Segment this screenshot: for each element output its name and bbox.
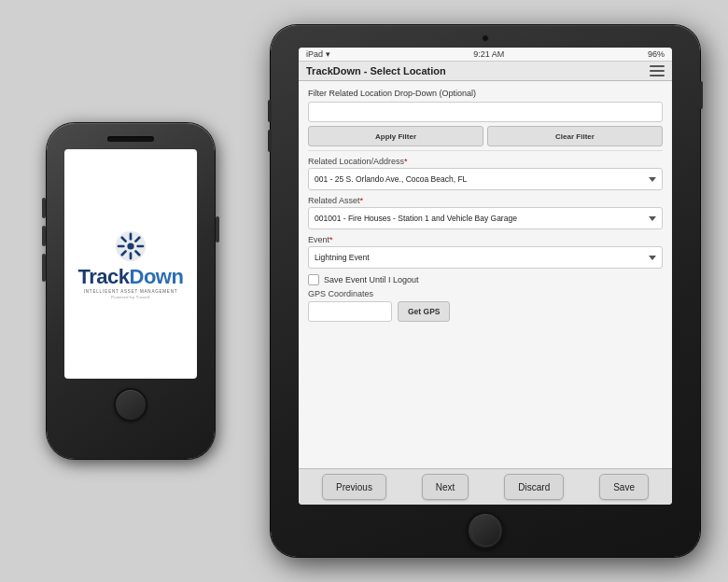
location-chevron-icon bbox=[649, 177, 656, 182]
svg-rect-2 bbox=[130, 232, 133, 240]
ipad-content-area: Filter Related Location Drop-Down (Optio… bbox=[299, 81, 672, 468]
phone-vol-mute bbox=[42, 198, 46, 218]
next-button[interactable]: Next bbox=[422, 474, 469, 500]
phone-vol-down bbox=[42, 254, 46, 282]
event-value: Lightning Event bbox=[315, 253, 370, 262]
gps-label: GPS Coordinates bbox=[308, 289, 663, 298]
filter-input-row bbox=[308, 102, 663, 122]
logo-tagline1: INTELLIGENT ASSET MANAGEMENT bbox=[84, 289, 178, 294]
ipad-status-bar: iPad ▾ 9:21 AM 96% bbox=[299, 48, 672, 62]
menu-line-3 bbox=[650, 75, 665, 76]
logo-tagline2: Powered by Tracelt bbox=[111, 295, 149, 299]
nav-title: TrackDown - Select Location bbox=[306, 65, 446, 76]
previous-button[interactable]: Previous bbox=[322, 474, 386, 500]
location-select[interactable]: 001 - 25 S. Orlando Ave., Cocoa Beach, F… bbox=[308, 168, 663, 190]
tablet-camera bbox=[482, 35, 489, 42]
phone-screen: TrackDown INTELLIGENT ASSET MANAGEMENT P… bbox=[64, 149, 197, 379]
filter-buttons-row: Apply Filter Clear Filter bbox=[308, 126, 663, 146]
ipad-nav-bar: TrackDown - Select Location bbox=[299, 62, 672, 81]
status-battery: 96% bbox=[648, 49, 665, 59]
tablet-home-inner bbox=[471, 517, 501, 547]
filter-text-input[interactable] bbox=[308, 102, 663, 122]
save-button[interactable]: Save bbox=[599, 474, 649, 500]
svg-rect-5 bbox=[136, 244, 144, 247]
filter-section-label: Filter Related Location Drop-Down (Optio… bbox=[308, 89, 663, 98]
phone-body: TrackDown INTELLIGENT ASSET MANAGEMENT P… bbox=[47, 123, 215, 459]
trackdown-logo: TrackDown INTELLIGENT ASSET MANAGEMENT P… bbox=[78, 229, 184, 299]
save-event-label: Save Event Until I Logout bbox=[324, 275, 419, 284]
trackdown-logo-icon bbox=[114, 229, 147, 263]
phone-power-button bbox=[216, 216, 219, 242]
event-chevron-icon bbox=[649, 256, 656, 260]
svg-rect-4 bbox=[118, 244, 125, 247]
logo-track: Track bbox=[78, 265, 130, 288]
discard-button[interactable]: Discard bbox=[504, 474, 564, 500]
get-gps-button[interactable]: Get GPS bbox=[398, 301, 450, 322]
save-event-checkbox[interactable] bbox=[308, 274, 319, 285]
tablet-device: iPad ▾ 9:21 AM 96% TrackDown - Select Lo… bbox=[271, 25, 700, 557]
tablet-screen: iPad ▾ 9:21 AM 96% TrackDown - Select Lo… bbox=[299, 48, 672, 505]
save-event-row: Save Event Until I Logout bbox=[308, 274, 663, 285]
phone-home-button[interactable] bbox=[114, 388, 147, 422]
event-field-label: Event* bbox=[308, 235, 663, 244]
phone-device: TrackDown INTELLIGENT ASSET MANAGEMENT P… bbox=[47, 123, 215, 459]
tablet-home-button[interactable] bbox=[467, 512, 504, 549]
event-select[interactable]: Lightning Event bbox=[308, 246, 663, 269]
tablet-vol-up-button[interactable] bbox=[268, 100, 272, 122]
gps-input-field[interactable] bbox=[308, 301, 392, 322]
menu-line-1 bbox=[650, 65, 665, 67]
logo-down: Down bbox=[130, 265, 184, 288]
location-field-label: Related Location/Address* bbox=[308, 157, 663, 166]
location-value: 001 - 25 S. Orlando Ave., Cocoa Beach, F… bbox=[315, 174, 467, 184]
tablet-body: iPad ▾ 9:21 AM 96% TrackDown - Select Lo… bbox=[271, 25, 700, 557]
status-time: 9:21 AM bbox=[473, 49, 504, 59]
tablet-power-button[interactable] bbox=[699, 81, 703, 109]
tablet-vol-down-button[interactable] bbox=[268, 130, 272, 152]
apply-filter-button[interactable]: Apply Filter bbox=[308, 126, 483, 146]
divider-1 bbox=[308, 150, 663, 151]
ipad-bottom-bar: Previous Next Discard Save bbox=[299, 468, 672, 505]
status-left: iPad ▾ bbox=[306, 49, 330, 59]
svg-rect-3 bbox=[130, 252, 133, 259]
asset-select[interactable]: 001001 - Fire Houses - Station 1 and Veh… bbox=[308, 207, 663, 229]
asset-field-label: Related Asset* bbox=[308, 196, 663, 205]
phone-speaker bbox=[107, 136, 154, 142]
svg-point-1 bbox=[127, 242, 133, 249]
menu-icon[interactable] bbox=[650, 65, 665, 76]
menu-line-2 bbox=[650, 70, 665, 72]
asset-chevron-icon bbox=[649, 216, 656, 221]
asset-value: 001001 - Fire Houses - Station 1 and Veh… bbox=[315, 214, 517, 223]
phone-vol-up bbox=[42, 226, 46, 246]
clear-filter-button[interactable]: Clear Filter bbox=[487, 126, 663, 146]
gps-row: Get GPS bbox=[308, 301, 663, 322]
